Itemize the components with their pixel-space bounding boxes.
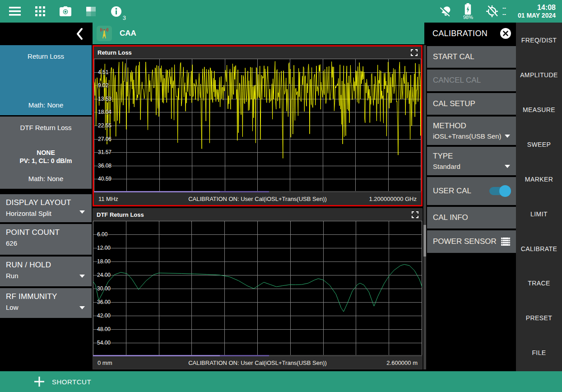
hamburger-menu-icon[interactable] bbox=[9, 5, 21, 17]
left-sidebar: Return Loss Math: None DTF Return Loss N… bbox=[0, 23, 92, 371]
collapse-sidebar-icon[interactable] bbox=[75, 28, 84, 40]
display-layout-control[interactable]: DISPLAY LAYOUT Horizontal Split bbox=[0, 194, 92, 222]
top-status-bar: 3 98% bbox=[0, 0, 562, 23]
user-cal-row: USER CAL bbox=[427, 177, 516, 205]
fullscreen-icon[interactable] bbox=[411, 49, 418, 56]
trace-card-return-loss[interactable]: Return Loss Math: None bbox=[0, 45, 92, 115]
y-tick-label: 9.02 bbox=[98, 82, 108, 89]
y-tick-label: 24.00 bbox=[97, 272, 111, 278]
cal-setup-button[interactable]: CAL SETUP bbox=[427, 93, 516, 115]
cal-info-button[interactable]: CAL INFO bbox=[427, 207, 516, 229]
toggle-label: USER CAL bbox=[433, 187, 471, 196]
time-label: 14:08 bbox=[518, 4, 556, 12]
return-loss-chart[interactable]: 4.519.0213.5318.0422.5527.0631.5736.0840… bbox=[94, 59, 421, 192]
battery-indicator: 98% bbox=[463, 3, 473, 20]
dropdown-label: TYPE bbox=[433, 152, 453, 161]
panel-title: DTF Return Loss bbox=[97, 211, 144, 218]
trace-card-dtf-return-loss[interactable]: DTF Return Loss NONE PV: 1, CL: 0 dB/m M… bbox=[0, 117, 92, 189]
dtf-return-loss-chart[interactable]: 6.0012.0018.0024.0030.0036.0042.0048.005… bbox=[93, 221, 422, 356]
method-dropdown[interactable]: METHOD iOSL+Trans(USB Sen) bbox=[427, 117, 516, 145]
instrument-screen: 3 98% bbox=[0, 0, 562, 392]
control-value: 626 bbox=[6, 239, 86, 247]
sidebar-header bbox=[0, 23, 92, 45]
y-tick-label: 31.57 bbox=[98, 149, 111, 155]
chevron-down-icon bbox=[79, 306, 85, 309]
trace-card-math: Math: None bbox=[0, 101, 92, 109]
display-layout-icon[interactable] bbox=[85, 5, 97, 17]
close-icon[interactable] bbox=[500, 28, 511, 39]
cancel-cal-button[interactable]: CANCEL CAL bbox=[427, 70, 516, 91]
chart-status-bar: 0 mm CALIBRATION ON: User Cal(iOSL+Trans… bbox=[93, 356, 422, 369]
y-tick-label: 13.53 bbox=[98, 96, 111, 102]
shortcut-label: SHORTCUT bbox=[52, 378, 91, 386]
tab-caa[interactable]: CAA bbox=[120, 29, 136, 38]
dropdown-label: METHOD bbox=[433, 121, 466, 131]
app-grid-icon[interactable] bbox=[34, 5, 46, 17]
calibration-header: CALIBRATION bbox=[427, 23, 516, 44]
y-tick-label: 54.00 bbox=[97, 340, 111, 346]
start-cal-button[interactable]: START CAL bbox=[427, 46, 516, 68]
toggle-knob bbox=[499, 185, 511, 197]
menu-item-marker[interactable]: MARKER bbox=[516, 176, 562, 183]
y-tick-label: 12.00 bbox=[97, 245, 111, 251]
button-label: CAL INFO bbox=[433, 213, 468, 222]
user-cal-toggle[interactable] bbox=[489, 187, 510, 195]
y-tick-label: 18.04 bbox=[98, 109, 111, 115]
menu-item-file[interactable]: FILE bbox=[516, 349, 562, 356]
calibration-panel: CALIBRATION START CAL CANCEL CAL CAL SET… bbox=[427, 23, 516, 371]
menu-item-calibrate[interactable]: CALIBRATE bbox=[516, 245, 562, 252]
calibration-status-label: CALIBRATION ON: User Cal(iOSL+Trans(USB … bbox=[93, 359, 422, 366]
dropdown-value: iOSL+Trans(USB Sen) bbox=[433, 132, 502, 140]
menu-item-trace[interactable]: TRACE bbox=[516, 280, 562, 287]
add-shortcut-button[interactable] bbox=[34, 376, 45, 387]
info-count-badge: 3 bbox=[123, 14, 126, 21]
y-tick-label: 42.00 bbox=[97, 313, 111, 319]
menu-item-limit[interactable]: LIMIT bbox=[516, 210, 562, 218]
y-tick-label: 6.00 bbox=[97, 231, 107, 238]
calibration-status-label: CALIBRATION ON: User Cal(iOSL+Trans(USB … bbox=[94, 196, 421, 202]
vertical-scrollbar[interactable] bbox=[423, 45, 426, 369]
chevron-down-icon bbox=[505, 165, 510, 168]
panel-title: Return Loss bbox=[98, 49, 132, 56]
fullscreen-icon[interactable] bbox=[412, 211, 418, 218]
type-dropdown[interactable]: TYPE Standard bbox=[427, 147, 516, 175]
y-tick-label: 30.00 bbox=[97, 285, 111, 292]
app-tab-bar: CAA bbox=[93, 23, 424, 44]
control-label: DISPLAY LAYOUT bbox=[6, 198, 86, 207]
menu-item-freq-dist[interactable]: FREQ/DIST bbox=[516, 37, 562, 44]
power-sensor-button[interactable]: POWER SENSOR bbox=[427, 230, 516, 253]
y-tick-label: 27.06 bbox=[98, 136, 111, 142]
menu-item-preset[interactable]: PRESET bbox=[516, 314, 562, 322]
shortcut-bar: SHORTCUT bbox=[0, 371, 562, 392]
chevron-down-icon bbox=[79, 275, 85, 278]
battery-percent-label: 98% bbox=[463, 14, 473, 20]
battery-icon bbox=[464, 3, 471, 15]
power-sensor-icon bbox=[501, 238, 510, 246]
dtf-return-loss-panel[interactable]: DTF Return Loss 6.0012.0018.0024.0030.00… bbox=[93, 208, 423, 369]
chevron-down-icon bbox=[505, 135, 510, 138]
return-loss-panel[interactable]: Return Loss 4.519.0213.5318.0422.5527.06… bbox=[93, 45, 423, 206]
gps-sat-dash-top: -- bbox=[502, 7, 506, 9]
y-tick-label: 18.00 bbox=[97, 258, 111, 265]
menu-item-sweep[interactable]: SWEEP bbox=[516, 141, 562, 148]
control-label: RF IMMUNITY bbox=[6, 292, 86, 301]
panel-title-bar: Return Loss bbox=[94, 47, 421, 59]
run-hold-control[interactable]: RUN / HOLD Run bbox=[0, 257, 92, 286]
right-main-menu: FREQ/DIST AMPLITUDE MEASURE SWEEP MARKER… bbox=[516, 23, 562, 371]
gps-sat-dash-bottom: -- bbox=[502, 13, 506, 16]
notifications-off-icon bbox=[440, 5, 451, 17]
rf-immunity-control[interactable]: RF IMMUNITY Low bbox=[0, 288, 92, 318]
y-tick-label: 48.00 bbox=[97, 326, 111, 332]
calibration-title: CALIBRATION bbox=[432, 29, 488, 38]
menu-item-amplitude[interactable]: AMPLITUDE bbox=[516, 71, 562, 79]
dropdown-value: Standard bbox=[433, 163, 460, 170]
trace-card-title: DTF Return Loss bbox=[0, 117, 92, 131]
scrollbar-thumb[interactable] bbox=[423, 225, 426, 257]
trace-card-line2: PV: 1, CL: 0 dB/m bbox=[0, 157, 92, 164]
point-count-control[interactable]: POINT COUNT 626 bbox=[0, 224, 92, 255]
button-label: CAL SETUP bbox=[433, 99, 475, 108]
menu-item-measure[interactable]: MEASURE bbox=[516, 106, 562, 113]
control-label: RUN / HOLD bbox=[6, 261, 86, 270]
screenshot-camera-icon[interactable] bbox=[60, 5, 71, 17]
info-icon[interactable]: 3 bbox=[110, 5, 122, 17]
